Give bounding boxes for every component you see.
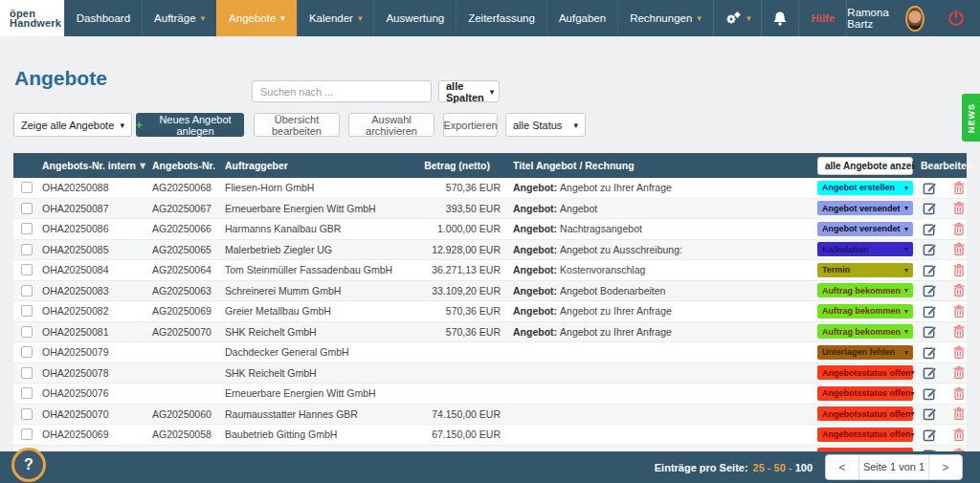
edit-icon[interactable] — [923, 242, 937, 256]
delete-icon[interactable] — [952, 181, 967, 195]
nav-item-aufgaben[interactable]: Aufgaben — [546, 0, 617, 36]
page-indicator: Seite 1 von 1 — [858, 455, 929, 479]
user-name[interactable]: Ramona Bartz — [847, 7, 896, 30]
search-input[interactable] — [252, 80, 432, 102]
row-checkbox[interactable] — [21, 346, 33, 358]
delete-icon[interactable] — [952, 365, 967, 380]
table-status-filter-select[interactable]: alle Angebote anzeigen ▾ — [817, 157, 913, 175]
row-checkbox[interactable] — [21, 182, 33, 193]
edit-icon[interactable] — [923, 201, 937, 215]
row-checkbox[interactable] — [21, 408, 33, 420]
cell-titel — [513, 425, 814, 445]
edit-icon[interactable] — [923, 222, 937, 236]
entries-option-25[interactable]: 25 — [753, 462, 765, 473]
delete-icon[interactable] — [952, 283, 967, 297]
plus-icon: + — [136, 119, 143, 132]
delete-icon[interactable] — [952, 263, 967, 277]
cell-angebots-nr: AG20250064 — [152, 260, 223, 280]
next-page-button[interactable]: > — [929, 461, 962, 474]
delete-icon[interactable] — [952, 242, 967, 256]
row-checkbox[interactable] — [21, 244, 33, 255]
edit-icon[interactable] — [923, 365, 937, 380]
help-link[interactable]: Hilfe — [798, 0, 847, 36]
chevron-down-icon: ▾ — [911, 389, 915, 398]
status-badge-select[interactable]: Angebotsstatus offen ▾ — [817, 428, 913, 442]
edit-overview-button[interactable]: Übersicht bearbeiten — [254, 113, 340, 137]
status-badge-select[interactable]: Angebotsstatus offen ▾ — [817, 406, 913, 421]
app-logo[interactable]: öpen Handwerk — [0, 0, 64, 36]
table-body: OHA20250088 AG20250068 Fliesen-Horn GmbH… — [13, 178, 967, 466]
delete-icon[interactable] — [952, 406, 967, 421]
prev-page-button[interactable]: < — [826, 461, 858, 474]
chevron-down-icon: ▾ — [697, 13, 702, 23]
status-badge-select[interactable]: Angebotsstatus offen ▾ — [817, 386, 913, 401]
row-checkbox[interactable] — [21, 305, 33, 317]
cell-titel: Angebot: Angebot zu Ihrer Anfrage — [513, 301, 814, 321]
status-badge-select[interactable]: Termin ▾ — [817, 263, 913, 277]
status-badge-select[interactable]: Auftrag bekommen ▾ — [817, 283, 913, 297]
delete-icon[interactable] — [952, 222, 967, 236]
edit-icon[interactable] — [923, 386, 937, 401]
status-badge-select[interactable]: Angebot versendet ▾ — [817, 222, 913, 236]
new-offer-button[interactable]: + Neues Angebot anlegen — [136, 113, 244, 137]
edit-icon[interactable] — [923, 283, 937, 297]
nav-item-zeiterfassung[interactable]: Zeiterfassung — [456, 0, 546, 36]
avatar[interactable] — [905, 6, 924, 32]
row-checkbox[interactable] — [21, 428, 33, 440]
row-checkbox[interactable] — [21, 203, 33, 214]
table-row: OHA20250079 Dachdecker General GmbH Unte… — [13, 342, 967, 363]
row-checkbox[interactable] — [21, 326, 33, 338]
nav-item-dashboard[interactable]: Dashboard — [64, 0, 142, 36]
status-badge-select[interactable]: Unterlagen fehlen ▾ — [817, 345, 913, 360]
export-button[interactable]: Exportieren — [443, 113, 498, 137]
news-tab[interactable]: NEWS — [962, 94, 980, 142]
status-badge-select[interactable]: Angebotsstatus offen ▾ — [817, 365, 913, 380]
status-badge-select[interactable]: Auftrag bekommen ▾ — [817, 324, 913, 339]
columns-select[interactable]: alle Spalten ▾ — [438, 80, 500, 102]
notifications-button[interactable] — [761, 0, 798, 36]
nav-item-auswertung[interactable]: Auswertung — [373, 0, 456, 36]
delete-icon[interactable] — [952, 304, 967, 318]
cell-titel: Angebot: Kostenvoranschlag — [513, 260, 814, 280]
entries-option-50[interactable]: 50 — [774, 462, 786, 473]
help-bubble-button[interactable]: ? — [11, 448, 46, 482]
delete-icon[interactable] — [952, 386, 967, 401]
row-checkbox[interactable] — [21, 387, 33, 399]
edit-icon[interactable] — [923, 304, 937, 318]
cell-betrag — [334, 342, 501, 362]
header-betrag[interactable]: Betrag (netto) — [334, 153, 501, 178]
settings-menu[interactable]: ▾ — [713, 0, 762, 36]
entries-option-100[interactable]: 100 — [795, 462, 813, 473]
edit-icon[interactable] — [923, 345, 937, 360]
archive-selection-button[interactable]: Auswahl archivieren — [348, 113, 434, 137]
delete-icon[interactable] — [952, 428, 967, 442]
row-checkbox[interactable] — [21, 367, 33, 379]
status-filter-select[interactable]: alle Status ▾ — [505, 113, 586, 137]
edit-icon[interactable] — [923, 181, 937, 195]
delete-icon[interactable] — [952, 201, 967, 215]
edit-icon[interactable] — [923, 263, 937, 277]
delete-icon[interactable] — [952, 345, 967, 360]
header-angebots-nr-intern[interactable]: Angebots-Nr. intern ▼ — [42, 153, 149, 178]
nav-item-kalender[interactable]: Kalender▾ — [297, 0, 374, 36]
status-badge-select[interactable]: Angebot erstellen ▾ — [817, 181, 913, 195]
row-checkbox[interactable] — [21, 264, 33, 275]
status-badge-select[interactable]: Kalkulation ▾ — [817, 242, 913, 256]
logout-button[interactable] — [947, 10, 965, 27]
chevron-down-icon: ▾ — [904, 307, 908, 316]
show-filter-select[interactable]: Zeige alle Angebote ▾ — [13, 113, 132, 137]
status-badge-select[interactable]: Angebot versendet ▾ — [817, 201, 913, 215]
edit-icon[interactable] — [923, 406, 937, 421]
header-titel[interactable]: Titel Angebot / Rechnung — [513, 153, 814, 178]
row-checkbox[interactable] — [21, 223, 33, 234]
power-icon — [947, 10, 965, 27]
row-checkbox[interactable] — [21, 285, 33, 296]
header-angebots-nr[interactable]: Angebots-Nr. — [152, 153, 223, 178]
nav-item-auftrge[interactable]: Aufträge▾ — [142, 0, 216, 36]
edit-icon[interactable] — [923, 324, 937, 339]
status-badge-select[interactable]: Auftrag bekommen ▾ — [817, 304, 913, 318]
nav-item-rechnungen[interactable]: Rechnungen▾ — [617, 0, 713, 36]
delete-icon[interactable] — [952, 324, 967, 339]
edit-icon[interactable] — [923, 428, 937, 442]
nav-item-angebote[interactable]: Angebote▾ — [216, 0, 297, 36]
